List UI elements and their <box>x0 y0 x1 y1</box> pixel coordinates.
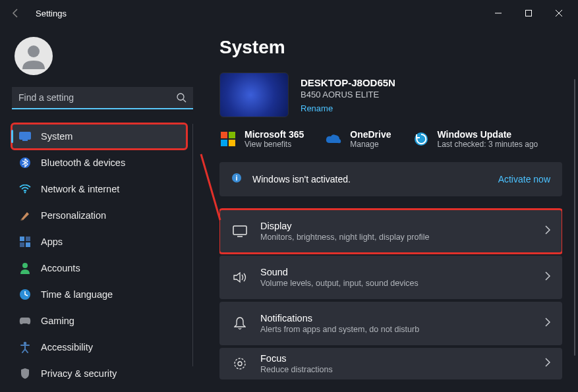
svg-rect-9 <box>20 237 24 241</box>
sidebar-item-label: Privacy & security <box>41 368 117 379</box>
wifi-icon <box>18 182 32 196</box>
svg-rect-6 <box>22 140 28 141</box>
sidebar-item-label: Time & language <box>41 289 113 300</box>
service-title: Windows Update <box>438 129 538 140</box>
activate-link[interactable]: Activate now <box>498 174 550 184</box>
svg-rect-12 <box>26 242 30 247</box>
sidebar-item-bluetooth[interactable]: Bluetooth & devices <box>12 150 187 175</box>
svg-point-25 <box>235 358 245 369</box>
sidebar-item-label: Bluetooth & devices <box>41 157 125 168</box>
sidebar-item-label: Network & internet <box>41 184 119 194</box>
setting-sound[interactable]: Sound Volume levels, output, input, soun… <box>219 256 562 299</box>
svg-point-3 <box>177 94 184 100</box>
chevron-right-icon <box>545 358 550 370</box>
search-icon <box>176 92 187 105</box>
service-windowsupdate[interactable]: Windows Update Last checked: 3 minutes a… <box>413 129 538 149</box>
svg-rect-11 <box>20 242 24 247</box>
onedrive-icon <box>325 130 342 148</box>
svg-text:i: i <box>235 174 237 182</box>
service-sub: Last checked: 3 minutes ago <box>438 140 538 149</box>
focus-icon <box>231 355 248 372</box>
accounts-icon <box>18 262 32 275</box>
privacy-icon <box>18 367 32 380</box>
sidebar-item-apps[interactable]: Apps <box>12 229 187 254</box>
accessibility-icon <box>18 341 32 354</box>
setting-title: Notifications <box>260 313 419 323</box>
sidebar-item-gaming[interactable]: Gaming <box>12 308 187 333</box>
back-button[interactable] <box>8 5 24 21</box>
sidebar-item-accessibility[interactable]: Accessibility <box>12 335 187 360</box>
svg-rect-18 <box>221 140 227 146</box>
maximize-button[interactable] <box>523 7 535 19</box>
gaming-icon <box>18 314 32 327</box>
setting-focus[interactable]: Focus Reduce distractions <box>219 348 562 379</box>
time-icon <box>18 288 32 301</box>
setting-desc: Alerts from apps and system, do not dist… <box>260 325 419 334</box>
svg-rect-1 <box>526 11 532 16</box>
sidebar-item-label: Gaming <box>41 316 74 326</box>
sidebar-item-label: System <box>41 131 72 142</box>
chevron-right-icon <box>545 225 550 237</box>
svg-rect-16 <box>221 132 227 138</box>
svg-rect-23 <box>233 226 246 235</box>
system-icon <box>18 130 32 143</box>
activation-message: Windows isn't activated. <box>252 174 351 184</box>
svg-rect-5 <box>20 132 31 140</box>
svg-point-26 <box>238 362 242 366</box>
svg-point-15 <box>24 342 27 345</box>
window-title: Settings <box>36 9 67 18</box>
service-title: OneDrive <box>350 129 391 140</box>
sidebar-item-label: Accounts <box>41 263 80 273</box>
setting-title: Sound <box>260 267 419 277</box>
setting-desc: Reduce distractions <box>260 365 333 374</box>
chevron-right-icon <box>545 271 550 283</box>
service-title: Microsoft 365 <box>245 129 304 140</box>
chevron-right-icon <box>545 318 550 329</box>
svg-rect-10 <box>26 237 30 241</box>
svg-point-2 <box>28 45 40 57</box>
sound-icon <box>231 269 248 286</box>
page-title: System <box>219 37 562 58</box>
microsoft-icon <box>219 130 237 148</box>
activation-banner: i Windows isn't activated. Activate now <box>219 162 562 196</box>
service-microsoft365[interactable]: Microsoft 365 View benefits <box>219 129 304 149</box>
sidebar-item-label: Accessibility <box>41 342 93 352</box>
bluetooth-icon <box>18 156 32 169</box>
close-button[interactable] <box>553 7 565 19</box>
display-icon <box>231 223 248 240</box>
setting-display[interactable]: Display Monitors, brightness, night ligh… <box>219 210 562 253</box>
service-sub: View benefits <box>245 140 304 149</box>
svg-rect-19 <box>229 140 235 146</box>
setting-desc: Volume levels, output, input, sound devi… <box>260 279 419 288</box>
scrollbar[interactable] <box>574 79 575 356</box>
device-thumbnail <box>219 72 289 117</box>
svg-point-8 <box>24 192 26 194</box>
setting-title: Display <box>260 221 429 231</box>
rename-link[interactable]: Rename <box>301 103 395 113</box>
service-onedrive[interactable]: OneDrive Manage <box>325 129 391 149</box>
svg-point-13 <box>22 263 28 268</box>
search-input[interactable] <box>12 87 193 109</box>
update-icon <box>413 130 430 148</box>
sidebar-item-system[interactable]: System <box>12 124 187 149</box>
user-avatar[interactable] <box>14 37 53 75</box>
notifications-icon <box>231 315 248 332</box>
sidebar-item-label: Personalization <box>41 210 106 221</box>
sidebar-item-accounts[interactable]: Accounts <box>12 256 187 281</box>
minimize-button[interactable] <box>492 7 504 19</box>
device-name: DESKTOP-J8OD65N <box>301 77 395 88</box>
setting-title: Focus <box>260 353 333 364</box>
setting-desc: Monitors, brightness, night light, displ… <box>260 233 429 242</box>
service-sub: Manage <box>350 140 391 149</box>
personalization-icon <box>18 209 32 222</box>
setting-notifications[interactable]: Notifications Alerts from apps and syste… <box>219 302 562 345</box>
sidebar-item-network[interactable]: Network & internet <box>12 177 187 202</box>
apps-icon <box>18 235 32 248</box>
svg-line-4 <box>183 99 186 102</box>
sidebar-item-time[interactable]: Time & language <box>12 282 187 307</box>
svg-rect-17 <box>229 132 235 138</box>
sidebar-item-privacy[interactable]: Privacy & security <box>12 361 187 386</box>
sidebar-item-label: Apps <box>41 237 63 247</box>
info-icon: i <box>231 173 242 186</box>
sidebar-item-personalization[interactable]: Personalization <box>12 203 187 228</box>
